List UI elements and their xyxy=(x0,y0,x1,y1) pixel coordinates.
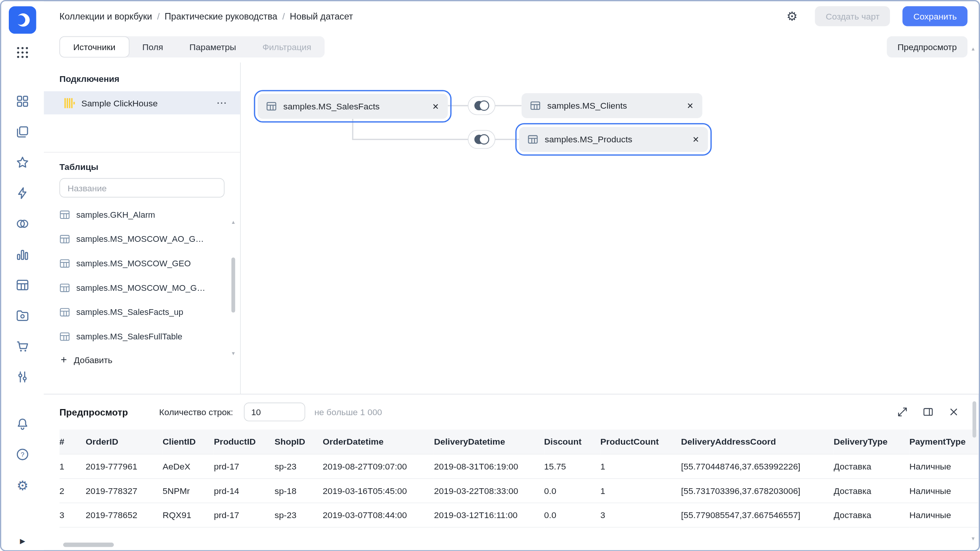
topbar: Коллекции и воркбуки / Практические руко… xyxy=(44,1,978,31)
column-header: OrderID xyxy=(86,429,163,454)
scrollbar-thumb[interactable] xyxy=(231,258,235,313)
cell: 2019-03-16T05:45:00 xyxy=(323,478,434,503)
help-icon[interactable]: ? xyxy=(15,447,30,462)
expand-preview-icon[interactable] xyxy=(896,406,909,418)
row-count-hint: не больше 1 000 xyxy=(314,407,382,417)
cell: sp-23 xyxy=(274,502,323,527)
workspace: Подключения Sample ClickHouse ⋯ Таблицы … xyxy=(44,62,978,394)
table-icon xyxy=(59,258,70,269)
join-icon[interactable] xyxy=(468,96,495,115)
dashboards-icon[interactable] xyxy=(15,94,30,109)
table-icon xyxy=(59,282,70,293)
tabs-bar: Источники Поля Параметры Фильтрация Пред… xyxy=(44,31,978,63)
table-list-item[interactable]: samples.MS_MOSCOW_MO_G… xyxy=(44,276,240,300)
column-header: PaymentType xyxy=(909,429,978,454)
panel-divider xyxy=(44,152,240,153)
connection-item-sample-clickhouse[interactable]: Sample ClickHouse ⋯ xyxy=(44,91,240,114)
tab-parameters[interactable]: Параметры xyxy=(176,36,250,58)
table-name: samples.GKH_Alarm xyxy=(76,210,155,220)
cell: [55.779085547,37.667546557] xyxy=(681,502,834,527)
flows-icon[interactable] xyxy=(15,370,30,385)
datasets-icon[interactable] xyxy=(15,216,30,231)
vertical-scrollbar-thumb[interactable] xyxy=(972,401,976,438)
apps-grid-icon[interactable] xyxy=(15,45,30,60)
table-list-item[interactable]: samples.MS_SalesFacts_up xyxy=(44,300,240,324)
breadcrumb-collections[interactable]: Коллекции и воркбуки xyxy=(59,11,152,21)
charts-icon[interactable] xyxy=(15,247,30,262)
cell: 15.75 xyxy=(544,454,600,478)
dataset-settings-gear-icon[interactable]: ⚙ xyxy=(786,10,797,23)
tables-title: Таблицы xyxy=(59,162,240,172)
cell: 5NPMr xyxy=(163,478,214,503)
table-list-item[interactable]: samples.MS_MOSCOW_AO_G… xyxy=(44,227,240,251)
connection-menu-icon[interactable]: ⋯ xyxy=(216,98,227,108)
row-count-input[interactable] xyxy=(244,403,305,421)
topbar-actions: ⚙ Создать чарт Сохранить xyxy=(786,6,967,26)
close-icon[interactable]: ✕ xyxy=(687,101,694,109)
node-sales-facts[interactable]: samples.MS_SalesFacts ✕ xyxy=(258,94,448,119)
horizontal-scrollbar-thumb[interactable] xyxy=(63,543,114,547)
column-header: DeliveryAddressCoord xyxy=(681,429,834,454)
column-header: Discount xyxy=(544,429,600,454)
favorites-icon[interactable] xyxy=(15,155,30,170)
breadcrumb: Коллекции и воркбуки / Практические руко… xyxy=(59,11,353,21)
create-chart-button[interactable]: Создать чарт xyxy=(815,6,890,26)
table-list-item[interactable]: samples.MS_SalesFullTable xyxy=(44,324,240,349)
table-row: 1 2019-777961 AeDeX prd-17 sp-23 2019-08… xyxy=(59,454,978,478)
join-icon[interactable] xyxy=(468,130,495,149)
breadcrumb-guides[interactable]: Практические руководства xyxy=(165,11,277,21)
storage-icon[interactable] xyxy=(15,308,30,323)
preview-panel: Предпросмотр Количество строк: не больше… xyxy=(44,394,978,550)
cell: RQX91 xyxy=(163,502,214,527)
cell: Доставка xyxy=(834,478,910,503)
row-count-label: Количество строк: xyxy=(159,407,233,417)
dataset-canvas[interactable]: samples.MS_SalesFacts ✕ samples.MS_Clien… xyxy=(241,62,979,394)
close-icon[interactable]: ✕ xyxy=(432,102,439,110)
scroll-down-icon[interactable]: ▼ xyxy=(971,536,976,541)
close-icon[interactable]: ✕ xyxy=(693,135,699,143)
add-table-button[interactable]: + Добавить xyxy=(44,354,240,365)
datalens-logo[interactable] xyxy=(9,6,36,34)
cell: 1 xyxy=(600,454,681,478)
close-preview-icon[interactable] xyxy=(947,406,960,418)
column-header: OrderDatetime xyxy=(323,429,434,454)
dock-panel-icon[interactable] xyxy=(922,406,934,418)
scroll-down-icon[interactable]: ▼ xyxy=(231,351,236,356)
column-header: ShopID xyxy=(274,429,323,454)
cell: Доставка xyxy=(834,502,910,527)
notifications-icon[interactable] xyxy=(15,416,30,431)
tab-fields[interactable]: Поля xyxy=(129,36,176,58)
cell: 1 xyxy=(59,454,86,478)
table-list-item[interactable]: samples.MS_MOSCOW_GEO xyxy=(44,251,240,276)
workbooks-icon[interactable] xyxy=(15,124,30,139)
table-search-input[interactable] xyxy=(59,178,224,198)
preview-table: # OrderID ClientID ProductID ShopID Orde… xyxy=(59,429,979,527)
connection-name: Sample ClickHouse xyxy=(81,98,158,108)
settings-icon[interactable]: ⚙ xyxy=(15,478,30,492)
node-clients[interactable]: samples.MS_Clients ✕ xyxy=(521,93,702,118)
cell: 2019-03-12T16:11:00 xyxy=(434,502,544,527)
preview-toggle-button[interactable]: Предпросмотр xyxy=(887,36,968,58)
tab-sources[interactable]: Источники xyxy=(59,36,129,58)
table-row: 3 2019-778652 RQX91 prd-17 sp-23 2019-03… xyxy=(59,502,978,527)
marketplace-icon[interactable] xyxy=(15,339,30,354)
nav-rail: ? ⚙ ▶ xyxy=(1,1,44,550)
connections-icon[interactable] xyxy=(15,186,30,201)
connections-title: Подключения xyxy=(59,74,240,84)
preview-title: Предпросмотр xyxy=(59,407,128,417)
table-list-item[interactable]: samples.GKH_Alarm xyxy=(44,202,240,227)
cell: sp-18 xyxy=(274,478,323,503)
scroll-up-icon[interactable]: ▲ xyxy=(231,220,236,225)
node-label: samples.MS_SalesFacts xyxy=(283,101,380,111)
cell: AeDeX xyxy=(163,454,214,478)
table-icon xyxy=(59,234,70,245)
tab-filtering[interactable]: Фильтрация xyxy=(249,36,324,58)
cell: Наличные xyxy=(909,454,978,478)
scroll-up-icon[interactable]: ▲ xyxy=(971,46,976,52)
node-products[interactable]: samples.MS_Products ✕ xyxy=(519,127,708,152)
cell: sp-23 xyxy=(274,454,323,478)
expand-sidebar-icon[interactable]: ▶ xyxy=(20,537,25,545)
save-button[interactable]: Сохранить xyxy=(903,6,967,26)
node-label: samples.MS_Clients xyxy=(547,101,627,111)
tables-icon[interactable] xyxy=(15,277,30,292)
